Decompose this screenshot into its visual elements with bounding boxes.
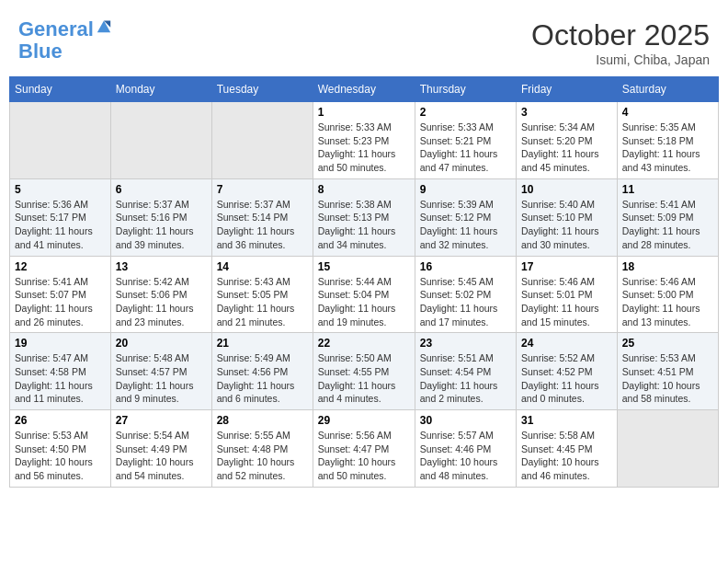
weekday-header: Saturday <box>617 77 718 102</box>
day-number: 14 <box>217 260 308 273</box>
day-number: 13 <box>116 260 207 273</box>
month-title: October 2025 <box>531 18 710 52</box>
day-info: Sunrise: 5:45 AM Sunset: 5:02 PM Dayligh… <box>420 275 511 329</box>
calendar-cell: 4Sunrise: 5:35 AM Sunset: 5:18 PM Daylig… <box>617 102 718 179</box>
day-info: Sunrise: 5:46 AM Sunset: 5:01 PM Dayligh… <box>521 275 612 329</box>
day-number: 25 <box>622 337 713 350</box>
logo-icon <box>96 17 112 34</box>
day-info: Sunrise: 5:40 AM Sunset: 5:10 PM Dayligh… <box>521 198 612 252</box>
calendar-cell: 3Sunrise: 5:34 AM Sunset: 5:20 PM Daylig… <box>516 102 617 179</box>
day-number: 30 <box>420 414 511 427</box>
day-number: 22 <box>318 337 410 350</box>
day-number: 6 <box>116 183 207 196</box>
location-title: Isumi, Chiba, Japan <box>531 52 710 67</box>
day-number: 4 <box>622 106 713 119</box>
day-info: Sunrise: 5:33 AM Sunset: 5:23 PM Dayligh… <box>318 121 410 175</box>
day-number: 18 <box>622 260 713 273</box>
calendar-cell: 8Sunrise: 5:38 AM Sunset: 5:13 PM Daylig… <box>313 178 415 256</box>
calendar-cell: 19Sunrise: 5:47 AM Sunset: 4:58 PM Dayli… <box>10 333 111 410</box>
calendar-cell: 9Sunrise: 5:39 AM Sunset: 5:12 PM Daylig… <box>415 178 516 256</box>
calendar-cell: 2Sunrise: 5:33 AM Sunset: 5:21 PM Daylig… <box>415 102 516 179</box>
day-info: Sunrise: 5:33 AM Sunset: 5:21 PM Dayligh… <box>420 121 511 175</box>
weekday-header: Sunday <box>10 77 111 102</box>
day-info: Sunrise: 5:55 AM Sunset: 4:48 PM Dayligh… <box>217 429 308 483</box>
weekday-header: Friday <box>516 77 617 102</box>
calendar-cell: 5Sunrise: 5:36 AM Sunset: 5:17 PM Daylig… <box>10 178 111 256</box>
day-info: Sunrise: 5:39 AM Sunset: 5:12 PM Dayligh… <box>420 198 511 252</box>
day-info: Sunrise: 5:48 AM Sunset: 4:57 PM Dayligh… <box>116 351 207 406</box>
calendar-week-row: 19Sunrise: 5:47 AM Sunset: 4:58 PM Dayli… <box>10 333 719 410</box>
day-info: Sunrise: 5:51 AM Sunset: 4:54 PM Dayligh… <box>420 351 511 406</box>
calendar-cell: 30Sunrise: 5:57 AM Sunset: 4:46 PM Dayli… <box>415 410 516 488</box>
calendar-cell: 24Sunrise: 5:52 AM Sunset: 4:52 PM Dayli… <box>516 333 617 410</box>
day-info: Sunrise: 5:50 AM Sunset: 4:55 PM Dayligh… <box>318 351 410 406</box>
calendar-cell <box>211 102 313 179</box>
calendar-cell: 29Sunrise: 5:56 AM Sunset: 4:47 PM Dayli… <box>313 410 415 488</box>
calendar-cell: 26Sunrise: 5:53 AM Sunset: 4:50 PM Dayli… <box>10 410 111 488</box>
day-number: 15 <box>318 260 410 273</box>
day-number: 8 <box>318 183 410 196</box>
day-info: Sunrise: 5:42 AM Sunset: 5:06 PM Dayligh… <box>116 275 207 329</box>
day-info: Sunrise: 5:34 AM Sunset: 5:20 PM Dayligh… <box>521 121 612 175</box>
day-number: 20 <box>116 337 207 350</box>
calendar-cell: 22Sunrise: 5:50 AM Sunset: 4:55 PM Dayli… <box>313 333 415 410</box>
calendar-cell <box>617 410 718 488</box>
calendar-cell: 13Sunrise: 5:42 AM Sunset: 5:06 PM Dayli… <box>110 256 211 333</box>
calendar-cell: 20Sunrise: 5:48 AM Sunset: 4:57 PM Dayli… <box>110 333 211 410</box>
day-number: 10 <box>521 183 612 196</box>
day-number: 27 <box>116 414 207 427</box>
day-info: Sunrise: 5:53 AM Sunset: 4:50 PM Dayligh… <box>15 429 106 483</box>
calendar-cell: 23Sunrise: 5:51 AM Sunset: 4:54 PM Dayli… <box>415 333 516 410</box>
day-number: 26 <box>15 414 106 427</box>
day-number: 29 <box>318 414 410 427</box>
day-info: Sunrise: 5:41 AM Sunset: 5:07 PM Dayligh… <box>15 275 106 329</box>
day-info: Sunrise: 5:37 AM Sunset: 5:16 PM Dayligh… <box>116 198 207 252</box>
calendar-cell <box>110 102 211 179</box>
calendar-cell: 11Sunrise: 5:41 AM Sunset: 5:09 PM Dayli… <box>617 178 718 256</box>
calendar-cell <box>10 102 111 179</box>
calendar-cell: 16Sunrise: 5:45 AM Sunset: 5:02 PM Dayli… <box>415 256 516 333</box>
day-info: Sunrise: 5:41 AM Sunset: 5:09 PM Dayligh… <box>622 198 713 252</box>
calendar-cell: 17Sunrise: 5:46 AM Sunset: 5:01 PM Dayli… <box>516 256 617 333</box>
day-number: 1 <box>318 106 410 119</box>
calendar-cell: 6Sunrise: 5:37 AM Sunset: 5:16 PM Daylig… <box>110 178 211 256</box>
calendar-table: SundayMondayTuesdayWednesdayThursdayFrid… <box>9 76 719 488</box>
day-info: Sunrise: 5:52 AM Sunset: 4:52 PM Dayligh… <box>521 351 612 406</box>
calendar-cell: 10Sunrise: 5:40 AM Sunset: 5:10 PM Dayli… <box>516 178 617 256</box>
logo: General Blue <box>18 18 112 63</box>
day-info: Sunrise: 5:56 AM Sunset: 4:47 PM Dayligh… <box>318 429 410 483</box>
calendar-header-row: SundayMondayTuesdayWednesdayThursdayFrid… <box>10 77 719 102</box>
title-block: October 2025 Isumi, Chiba, Japan <box>531 18 710 67</box>
day-number: 24 <box>521 337 612 350</box>
calendar-week-row: 26Sunrise: 5:53 AM Sunset: 4:50 PM Dayli… <box>10 410 719 488</box>
weekday-header: Wednesday <box>313 77 415 102</box>
day-number: 21 <box>217 337 308 350</box>
day-info: Sunrise: 5:58 AM Sunset: 4:45 PM Dayligh… <box>521 429 612 483</box>
day-info: Sunrise: 5:54 AM Sunset: 4:49 PM Dayligh… <box>116 429 207 483</box>
day-number: 17 <box>521 260 612 273</box>
page-header: General Blue October 2025 Isumi, Chiba, … <box>9 9 719 72</box>
day-info: Sunrise: 5:47 AM Sunset: 4:58 PM Dayligh… <box>15 351 106 406</box>
day-number: 5 <box>15 183 106 196</box>
day-info: Sunrise: 5:37 AM Sunset: 5:14 PM Dayligh… <box>217 198 308 252</box>
calendar-cell: 7Sunrise: 5:37 AM Sunset: 5:14 PM Daylig… <box>211 178 313 256</box>
calendar-cell: 25Sunrise: 5:53 AM Sunset: 4:51 PM Dayli… <box>617 333 718 410</box>
calendar-cell: 12Sunrise: 5:41 AM Sunset: 5:07 PM Dayli… <box>10 256 111 333</box>
weekday-header: Tuesday <box>211 77 313 102</box>
day-number: 12 <box>15 260 106 273</box>
day-number: 19 <box>15 337 106 350</box>
day-info: Sunrise: 5:35 AM Sunset: 5:18 PM Dayligh… <box>622 121 713 175</box>
day-number: 9 <box>420 183 511 196</box>
day-number: 2 <box>420 106 511 119</box>
calendar-week-row: 12Sunrise: 5:41 AM Sunset: 5:07 PM Dayli… <box>10 256 719 333</box>
day-info: Sunrise: 5:38 AM Sunset: 5:13 PM Dayligh… <box>318 198 410 252</box>
weekday-header: Thursday <box>415 77 516 102</box>
day-number: 28 <box>217 414 308 427</box>
calendar-cell: 15Sunrise: 5:44 AM Sunset: 5:04 PM Dayli… <box>313 256 415 333</box>
calendar-cell: 31Sunrise: 5:58 AM Sunset: 4:45 PM Dayli… <box>516 410 617 488</box>
calendar-cell: 21Sunrise: 5:49 AM Sunset: 4:56 PM Dayli… <box>211 333 313 410</box>
day-info: Sunrise: 5:49 AM Sunset: 4:56 PM Dayligh… <box>217 351 308 406</box>
day-number: 7 <box>217 183 308 196</box>
calendar-week-row: 5Sunrise: 5:36 AM Sunset: 5:17 PM Daylig… <box>10 178 719 256</box>
day-info: Sunrise: 5:53 AM Sunset: 4:51 PM Dayligh… <box>622 351 713 406</box>
